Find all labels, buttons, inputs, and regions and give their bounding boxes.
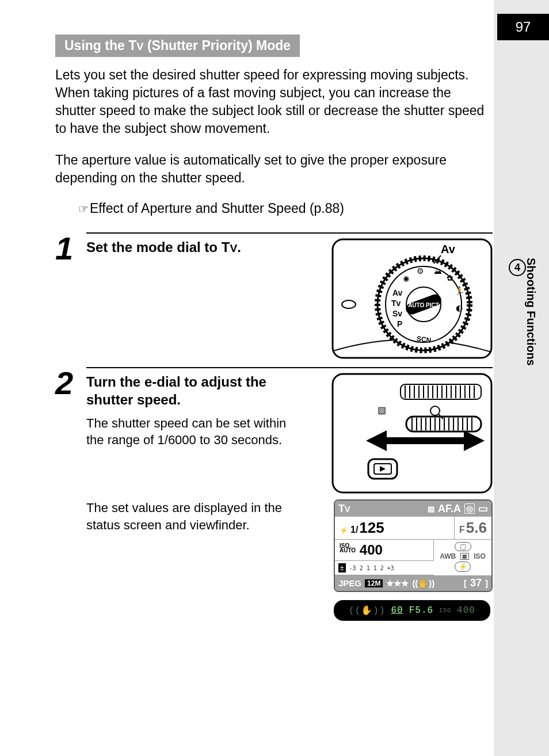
vf-iso-value: 400 — [457, 605, 475, 616]
vf-aperture: F5.6 — [409, 605, 433, 616]
shots-bracket-open: [ — [464, 578, 467, 588]
drive-mode-icon: ▢ — [455, 542, 471, 551]
vf-iso-label: ISO — [439, 608, 451, 614]
svg-point-2 — [342, 300, 356, 308]
shutter-prefix: 1/ — [350, 525, 358, 535]
aperture-prefix: F — [459, 525, 465, 535]
megapixels: 12M — [365, 579, 383, 587]
section-heading-before: Using the — [64, 38, 128, 53]
viewfinder-illustration: ((✋)) 60 F5.6 ISO 400 — [334, 600, 490, 621]
shutter-value: 125 — [359, 519, 384, 537]
chapter-number-circle: 4 — [509, 259, 526, 276]
svg-text:⚙: ⚙ — [417, 266, 424, 276]
vf-shake-icon: ((✋)) — [349, 605, 385, 616]
ev-comp-icon: ± — [338, 563, 346, 572]
status-screen-illustration: TV ▧ AF.A ◎ ▭ ⚡ — [334, 499, 493, 592]
tv-mode-label: TV — [128, 38, 143, 53]
section-heading-after: (Shutter Priority) Mode — [144, 38, 291, 53]
sidebar-margin — [494, 0, 549, 756]
face-detect-icon: ▧ — [428, 505, 434, 513]
flash-icon: ⚡ — [340, 526, 348, 534]
step-2-body-2: The set values are displayed in the stat… — [86, 499, 305, 533]
tv-mode-label: TV — [222, 239, 237, 255]
cross-reference: ☞Effect of Aperture and Shutter Speed (p… — [78, 201, 493, 216]
step-2: 2 Turn the e-dial to adjust the shutter … — [55, 367, 493, 621]
svg-text:AUTO PICT: AUTO PICT — [408, 302, 439, 308]
svg-text:⛰: ⛰ — [434, 266, 442, 276]
quality-stars: ★★★ — [386, 578, 409, 589]
svg-text:Sv: Sv — [392, 309, 402, 318]
mode-dial-illustration: AUTO PICT Av Tv Sv P SCN ✺ ⚙ — [331, 238, 493, 359]
shots-remaining: 37 — [470, 577, 482, 589]
content-area: Using the TV (Shutter Priority) Mode Let… — [55, 35, 493, 621]
step-number: 2 — [55, 371, 86, 396]
step-1-title: Set the mode dial to TV. — [86, 238, 314, 256]
step-2-title: Turn the e-dial to adjust the shutter sp… — [86, 373, 314, 408]
e-dial-illustration: ▧ — [331, 373, 493, 494]
intro-paragraph-1: Lets you set the desired shutter speed f… — [55, 66, 493, 138]
step-1: 1 Set the mode dial to TV. — [55, 232, 493, 359]
section-heading: Using the TV (Shutter Priority) Mode — [55, 35, 300, 57]
dial-pointer-label: Av — [441, 243, 456, 255]
svg-text:◐: ◐ — [456, 303, 463, 312]
file-format: JPEG — [338, 578, 361, 588]
side-tab-label: Shooting Functions — [524, 258, 537, 366]
status-mode: TV — [338, 503, 350, 515]
vf-shutter: 60 — [391, 605, 403, 616]
svg-text:✿: ✿ — [447, 273, 453, 282]
svg-text:Av: Av — [392, 288, 403, 297]
step-1-title-before: Set the mode dial to — [86, 239, 222, 255]
aperture-value: 5.6 — [466, 519, 487, 537]
pointer-icon: ☞ — [78, 203, 89, 215]
step-2-body-1: The shutter speed can be set within the … — [86, 415, 305, 449]
awb-label: AWB — [440, 552, 456, 560]
cross-reference-text: Effect of Aperture and Shutter Speed (p.… — [90, 201, 344, 216]
shake-reduction-icon: ((✋)) — [412, 578, 434, 589]
iso-value: 400 — [360, 542, 383, 558]
svg-text:🏃: 🏃 — [455, 286, 465, 296]
iso-right-label: ISO — [474, 552, 486, 560]
svg-text:P: P — [397, 319, 402, 329]
flash-mode-icon: ⚡ — [455, 562, 471, 572]
step-number: 1 — [55, 236, 86, 262]
custom-image-icon: ▦ — [460, 553, 469, 560]
step-1-title-after: . — [237, 239, 241, 255]
svg-text:✺: ✺ — [403, 274, 410, 284]
status-af: AF.A — [438, 503, 461, 515]
svg-text:▧: ▧ — [378, 405, 386, 415]
shots-bracket-close: ] — [485, 578, 488, 588]
intro-paragraph-2: The aperture value is automatically set … — [55, 151, 493, 187]
iso-label-bottom: AUTO — [340, 547, 356, 553]
ev-scale: -3 2 1 1 2 +3 — [349, 565, 394, 571]
svg-text:Tv: Tv — [391, 299, 401, 308]
metering-icon: ◎ — [464, 503, 475, 514]
page-number: 97 — [497, 14, 549, 40]
battery-icon: ▭ — [478, 502, 488, 515]
